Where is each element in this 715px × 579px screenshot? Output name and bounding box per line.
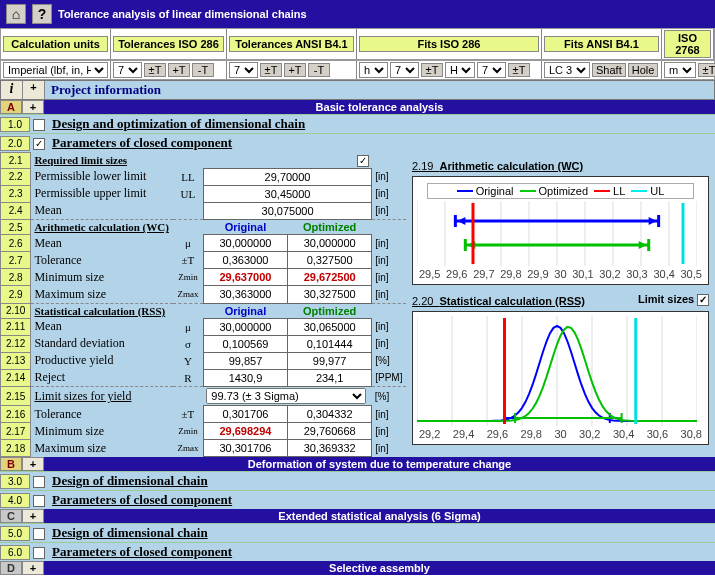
help-icon[interactable]: ? — [32, 4, 52, 24]
val-lower[interactable]: 29,70000 — [203, 168, 371, 185]
section-B: B + Deformation of system due to tempera… — [0, 457, 715, 471]
limit-sizes-label: Limit sizes — [638, 293, 694, 305]
perm-upper-label: Permissible upper limit — [31, 185, 173, 202]
chart2-axis: 29,229,429,629,83030,230,430,630,8 — [417, 428, 704, 440]
chk-limit-sizes[interactable] — [697, 294, 709, 306]
v2.9b: 30,327500 — [288, 286, 372, 304]
v2.17b: 29,760668 — [288, 423, 372, 440]
expand-C[interactable]: + — [22, 509, 44, 523]
i-label: i — [1, 81, 23, 99]
pT-btn2[interactable]: +T — [284, 63, 306, 77]
fit-pmT2[interactable]: ±T — [508, 63, 530, 77]
units-select[interactable]: Imperial (lbf, in, HP...) — [3, 62, 108, 78]
fits-ansi-b41-label: Fits ANSI B4.1 — [544, 36, 659, 52]
row-2.0: 2.0 Parameters of closed component — [0, 133, 715, 152]
pmT-btn3[interactable]: ±T — [698, 63, 715, 77]
mT-btn[interactable]: -T — [192, 63, 214, 77]
ansi-b41-label: Tolerances ANSI B4.1 — [229, 36, 354, 52]
num-2.20: 2.20 — [412, 295, 440, 307]
chart-statistical: 29,229,429,629,83030,230,430,630,8 — [412, 311, 709, 445]
section-D: D + Selective assembly — [0, 561, 715, 575]
pmT-btn[interactable]: ±T — [144, 63, 166, 77]
v2.14a: 1430,9 — [203, 369, 287, 387]
pmT-btn2[interactable]: ±T — [260, 63, 282, 77]
chk-5.0[interactable] — [33, 528, 45, 540]
section-C: C + Extended statistical analysis (6 Sig… — [0, 509, 715, 523]
sym-LL: LL — [173, 168, 203, 185]
chk-2.1[interactable] — [357, 155, 369, 167]
section-A-label: A — [0, 100, 22, 114]
chart1-axis: 29,529,629,729,829,93030,130,230,330,430… — [417, 268, 704, 280]
stat-calc-head: Statistical calculation (RSS) — [31, 303, 173, 318]
v2.18b: 30,369332 — [288, 440, 372, 457]
v2.8a: 29,637000 — [203, 269, 287, 286]
v2.8b: 29,672500 — [288, 269, 372, 286]
label-4.0: Parameters of closed component — [48, 491, 715, 509]
iso2768-label: ISO 2768 — [664, 30, 711, 58]
chk-4.0[interactable] — [33, 495, 45, 507]
v2.17a: 29,698294 — [203, 423, 287, 440]
iso286-val[interactable]: 7 — [113, 62, 142, 78]
v2.7a: 0,363000 — [203, 252, 287, 269]
sym-UL: UL — [173, 185, 203, 202]
chart1-title: Arithmetic calculation (WC) — [440, 160, 584, 172]
expand-B[interactable]: + — [22, 457, 44, 471]
v2.12b: 0,101444 — [288, 335, 372, 352]
v2.13b: 99,977 — [288, 352, 372, 369]
pT-btn[interactable]: +T — [168, 63, 190, 77]
fit-pmT[interactable]: ±T — [421, 63, 443, 77]
fit-7a[interactable]: 7 — [390, 62, 419, 78]
expand-i[interactable]: + — [23, 81, 45, 99]
chk-6.0[interactable] — [33, 547, 45, 559]
mT-btn2[interactable]: -T — [308, 63, 330, 77]
v2.9a: 30,363000 — [203, 286, 287, 304]
chart1-legend: Original Optimized LL UL — [427, 183, 694, 199]
chk-3.0[interactable] — [33, 476, 45, 488]
row-1.0: 1.0 Design and optimization of dimension… — [0, 114, 715, 133]
label-3.0: Design of dimensional chain — [48, 472, 715, 490]
chart-arithmetic: Original Optimized LL UL 29,529,629,729,… — [412, 176, 709, 285]
expand-D[interactable]: + — [22, 561, 44, 575]
lc3-select[interactable]: LC 3 — [544, 62, 590, 78]
section-D-title: Selective assembly — [44, 561, 715, 575]
v2.7b: 0,327500 — [288, 252, 372, 269]
fit-h[interactable]: h — [359, 62, 388, 78]
v2.13a: 99,857 — [203, 352, 287, 369]
v2.18a: 30,301706 — [203, 440, 287, 457]
num-2.0: 2.0 — [0, 136, 30, 151]
arith-calc-head: Arithmetic calculation (WC) — [31, 220, 173, 235]
ansi-val[interactable]: 7 — [229, 62, 258, 78]
section-C-label: C — [0, 509, 22, 523]
svg-marker-14 — [457, 217, 465, 225]
sigma-select[interactable]: 99.73 (± 3 Sigma) — [206, 388, 366, 404]
toolbar-controls: Imperial (lbf, in, HP...) 7 ±T +T -T 7 ±… — [0, 60, 715, 80]
chart2-svg — [417, 316, 697, 426]
hdr-original: Original — [203, 220, 287, 235]
project-info-text: Project information — [45, 81, 167, 99]
fit-7b[interactable]: 7 — [477, 62, 506, 78]
fit-H[interactable]: H — [445, 62, 475, 78]
section-C-title: Extended statistical analysis (6 Sigma) — [44, 509, 715, 523]
expand-A[interactable]: + — [22, 100, 44, 114]
chart2-title: Statistical calculation (RSS) — [440, 295, 585, 307]
titlebar: ⌂ ? Tolerance analysis of linear dimensi… — [0, 0, 715, 28]
v2.14b: 234,1 — [288, 369, 372, 387]
shaft-btn[interactable]: Shaft — [592, 63, 626, 77]
section-B-label: B — [0, 457, 22, 471]
v2.6a: 30,000000 — [203, 235, 287, 252]
chk-2.0[interactable] — [33, 138, 45, 150]
v2.16a: 0,301706 — [203, 406, 287, 423]
num-1.0: 1.0 — [0, 117, 30, 132]
limit-sizes-yield: Limit sizes for yield — [31, 387, 173, 406]
val-upper[interactable]: 30,45000 — [203, 185, 371, 202]
app-title: Tolerance analysis of linear dimensional… — [58, 8, 307, 20]
label-1.0: Design and optimization of dimensional c… — [48, 115, 715, 133]
val-mean: 30,075000 — [203, 202, 371, 220]
hole-btn[interactable]: Hole — [628, 63, 659, 77]
calc-units-label: Calculation units — [3, 36, 108, 52]
v2.11b: 30,065000 — [288, 318, 372, 335]
v2.6b: 30,000000 — [288, 235, 372, 252]
chk-1.0[interactable] — [33, 119, 45, 131]
app-icon[interactable]: ⌂ — [6, 4, 26, 24]
m-select[interactable]: m — [664, 62, 696, 78]
